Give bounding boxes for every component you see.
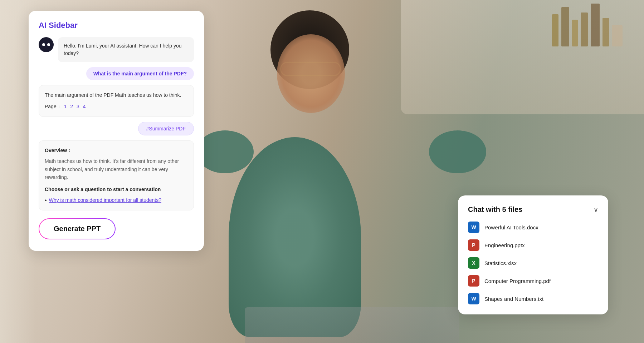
overview-description: Math teaches us how to think. It's far d… xyxy=(45,157,188,181)
choose-label: Choose or ask a question to start a conv… xyxy=(45,185,188,193)
ai-response-bubble: The main argument of the PDF Math teache… xyxy=(39,85,194,117)
overview-box: Overview： Math teaches us how to think. … xyxy=(39,140,194,210)
chat-area: Hello, I'm Lumi, your AI assistant. How … xyxy=(39,37,194,210)
chat-files-header: Chat with 5 files ∨ xyxy=(468,205,598,214)
page-ref-3[interactable]: 3 xyxy=(77,104,79,109)
ai-answer-text: The main argument of the PDF Math teache… xyxy=(45,92,181,98)
list-item[interactable]: P Computer Programming.pdf xyxy=(468,275,598,287)
file-name-4: Computer Programming.pdf xyxy=(484,278,551,284)
list-item[interactable]: X Statistics.xlsx xyxy=(468,257,598,269)
overview-title: Overview： xyxy=(45,146,188,154)
file-name-3: Statistics.xlsx xyxy=(484,260,517,266)
generate-ppt-button[interactable]: Generate PPT xyxy=(39,218,116,239)
ai-avatar-eyes xyxy=(42,43,50,46)
ppt-file-icon: P xyxy=(468,239,479,251)
txt-file-icon: W xyxy=(468,293,479,304)
page-label: Page： xyxy=(45,104,62,109)
list-item[interactable]: P Engineering.pptx xyxy=(468,239,598,251)
question-link-anchor[interactable]: Why is math considered important for all… xyxy=(49,197,161,204)
page-ref-4[interactable]: 4 xyxy=(83,104,86,109)
ai-eye-left xyxy=(42,43,45,46)
page-ref-2[interactable]: 2 xyxy=(70,104,73,109)
list-item[interactable]: W Powerful AI Tools.docx xyxy=(468,222,598,233)
file-name-1: Powerful AI Tools.docx xyxy=(484,224,538,230)
chevron-down-icon[interactable]: ∨ xyxy=(594,206,598,214)
pdf-file-icon: P xyxy=(468,275,479,287)
word-file-icon: W xyxy=(468,222,479,233)
ai-eye-right xyxy=(47,43,50,46)
laptop-surface xyxy=(245,307,459,343)
chat-files-card: Chat with 5 files ∨ W Powerful AI Tools.… xyxy=(458,195,608,314)
summarize-tag[interactable]: #Summarize PDF xyxy=(138,122,194,135)
ai-sidebar-card: AI Sidebar Hello, I'm Lumi, your AI assi… xyxy=(29,11,204,251)
file-name-2: Engineering.pptx xyxy=(484,242,525,248)
user-question-bubble[interactable]: What is the main argument of the PDF? xyxy=(86,67,194,80)
page-ref-1[interactable]: 1 xyxy=(64,104,67,109)
file-name-5: Shapes and Numbers.txt xyxy=(484,296,543,302)
excel-file-icon: X xyxy=(468,257,479,269)
question-link-item: Why is math considered important for all… xyxy=(45,197,188,204)
list-item[interactable]: W Shapes and Numbers.txt xyxy=(468,293,598,304)
page-references: Page： 1 2 3 4 xyxy=(45,103,188,110)
ai-sidebar-title: AI Sidebar xyxy=(39,21,194,30)
ai-greeting-bubble: Hello, I'm Lumi, your AI assistant. How … xyxy=(58,37,194,62)
person-silhouette xyxy=(180,0,502,343)
chat-files-title: Chat with 5 files xyxy=(468,205,522,214)
ai-avatar xyxy=(39,37,54,52)
file-list: W Powerful AI Tools.docx P Engineering.p… xyxy=(468,222,598,304)
ai-greeting-message: Hello, I'm Lumi, your AI assistant. How … xyxy=(39,37,194,62)
bookshelf-items xyxy=(552,4,623,46)
